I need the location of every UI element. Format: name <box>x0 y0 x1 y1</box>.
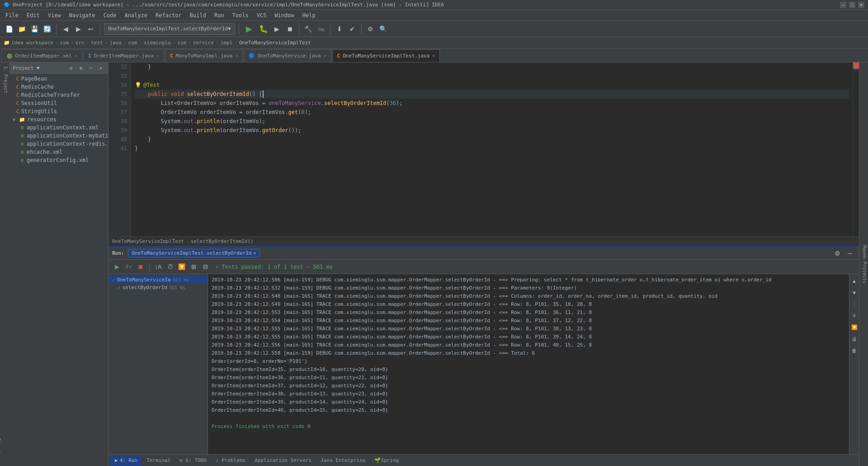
tree-item-sessionutil[interactable]: C SessionUtil <box>9 99 108 107</box>
tree-item-pagebean[interactable]: C PageBean <box>9 75 108 83</box>
settings-tree-button[interactable]: ⚙ <box>77 64 85 71</box>
right-tab-maven[interactable]: Maven Projects <box>861 242 868 287</box>
tree-item-resources[interactable]: ▼ 📁 resources <box>9 115 108 124</box>
filter-output-button[interactable]: 🔽 <box>849 322 859 332</box>
sort-duration-button[interactable]: ⏱ <box>165 262 175 272</box>
bottom-tab-spring[interactable]: 🌱 Spring <box>370 455 403 466</box>
menu-edit[interactable]: Edit <box>23 11 43 19</box>
breadcrumb-test[interactable]: test <box>91 40 103 46</box>
tree-item-rediscachetransfer[interactable]: C RedisCacheTransfer <box>9 91 108 99</box>
editor-breadcrumb-method[interactable]: selectByOrderItemId() <box>191 238 254 244</box>
stop-run-button[interactable]: ⏹ <box>136 262 146 272</box>
scroll-up-button[interactable]: ▲ <box>849 276 859 286</box>
print-button[interactable]: 🖨 <box>849 334 859 344</box>
run-tab-active[interactable]: OneToManyServiceImplTest.selectByOrderId… <box>128 249 260 257</box>
clear-button[interactable]: 🗑 <box>849 346 859 356</box>
tab-close-4[interactable]: × <box>324 53 326 58</box>
close-run-button[interactable]: ─ <box>844 248 855 259</box>
sort-alpha-button[interactable]: ↕A <box>153 262 163 272</box>
menu-window[interactable]: Window <box>271 11 297 19</box>
tab-close-1[interactable]: × <box>75 53 77 58</box>
menu-tools[interactable]: Tools <box>229 11 252 19</box>
breadcrumb-idea-workspace[interactable]: 📁 idea workspace <box>4 40 53 46</box>
menu-refactor[interactable]: Refactor <box>152 11 185 19</box>
bottom-tab-problems[interactable]: ⚠ Problems <box>211 455 250 466</box>
ant-button[interactable]: 🐜 <box>316 24 326 34</box>
maximize-button[interactable]: □ <box>849 2 855 8</box>
menu-file[interactable]: File <box>2 11 22 19</box>
breadcrumb-java[interactable]: java <box>109 40 122 46</box>
bottom-tab-appservers[interactable]: Application Servers <box>250 455 316 466</box>
tab-orderitemmapper-java[interactable]: I OrderItemMapper.java × <box>83 49 164 62</box>
tab-orderitemmapper-xml[interactable]: OrderItemMapper.xml × <box>2 49 82 62</box>
tree-item-stringutils[interactable]: C StringUtils <box>9 107 108 115</box>
menu-run[interactable]: Run <box>211 11 228 19</box>
tree-item-rediscache[interactable]: C RedisCache <box>9 83 108 91</box>
expand-all-button[interactable]: ⊞ <box>189 262 198 272</box>
menu-analyze[interactable]: Analyze <box>121 11 151 19</box>
search-everywhere-button[interactable]: 🔍 <box>378 24 389 34</box>
run-gutter-icon[interactable]: ▶ <box>108 90 109 99</box>
back-button[interactable]: ◀ <box>60 24 71 34</box>
open-button[interactable]: 📁 <box>16 24 27 34</box>
breadcrumb-com[interactable]: com <box>128 40 137 46</box>
close-button[interactable]: ✕ <box>858 2 864 8</box>
menu-view[interactable]: View <box>44 11 65 19</box>
stop-button[interactable]: ⏹ <box>284 24 295 34</box>
breadcrumb-file[interactable]: OneToManyServiceImplTest <box>239 40 311 46</box>
breadcrumb-ssm2[interactable]: ssm <box>177 40 186 46</box>
menu-build[interactable]: Build <box>186 11 210 19</box>
save-button[interactable]: 💾 <box>29 24 40 34</box>
run-tab-close[interactable]: × <box>253 251 256 256</box>
code-editor[interactable]: 32 33 34 ▶ 35 36 37 38 39 40 41 <box>108 62 859 236</box>
scroll-down-button[interactable]: ▼ <box>849 288 859 298</box>
vcs-update-button[interactable]: ⬇ <box>334 24 345 34</box>
rerun-button[interactable]: ▶ <box>112 262 122 272</box>
bottom-tab-run[interactable]: ▶ 4: Run <box>110 455 142 466</box>
tree-item-appcontext-redis[interactable]: 🗎 applicationContext-redis.xml <box>9 140 108 148</box>
menu-help[interactable]: Help <box>299 11 319 19</box>
menu-vcs[interactable]: VCS <box>253 11 270 19</box>
breadcrumb-ssm[interactable]: ssm <box>60 40 69 46</box>
tree-item-generatorconfig[interactable]: 🗎 generatorConfig.xml <box>9 156 108 164</box>
build-button[interactable]: 🔨 <box>303 24 314 34</box>
collapse-button[interactable]: ─ <box>87 64 94 71</box>
debug-button[interactable]: 🐛 <box>257 23 270 35</box>
menu-navigate[interactable]: Navigate <box>66 11 99 19</box>
close-panel-button[interactable]: ✕ <box>97 64 104 71</box>
left-tab-structure[interactable]: Structure <box>0 434 2 466</box>
locate-button[interactable]: ⊙ <box>67 64 75 71</box>
run-button[interactable]: ▶ <box>243 23 255 35</box>
code-content[interactable]: } 💡 @Test public void selectByOrderItemI… <box>131 62 853 236</box>
bottom-tab-terminal[interactable]: Terminal <box>142 455 175 466</box>
bottom-tab-javaenterprise[interactable]: Java Enterprise <box>316 455 370 466</box>
wrap-button[interactable]: ≡ <box>849 310 859 320</box>
minimize-button[interactable]: ─ <box>840 2 846 8</box>
rerun-failed-button[interactable]: ↺✓ <box>124 262 134 272</box>
tab-close-3[interactable]: × <box>235 53 238 58</box>
breadcrumb-impl[interactable]: impl <box>221 40 233 46</box>
tab-close-2[interactable]: × <box>156 53 159 58</box>
run-tree-item-class[interactable]: ✓ OneToManyServiceIm 561 ms <box>108 276 208 284</box>
menu-code[interactable]: Code <box>100 11 120 19</box>
tree-item-appcontext[interactable]: 🗎 applicationContext.xml <box>9 124 108 132</box>
tab-onetomanyserviceimpltest-java[interactable]: C OneToManyServiceImplTest.java × <box>332 49 440 62</box>
breadcrumb-service[interactable]: service <box>193 40 214 46</box>
new-file-button[interactable]: 📄 <box>4 24 14 34</box>
left-tab-project[interactable]: 1: Project <box>2 62 9 466</box>
tree-item-appcontext-mybatis[interactable]: 🗎 applicationContext-mybatis.xml <box>9 132 108 140</box>
recent-files-button[interactable]: ↩ <box>85 24 96 34</box>
bottom-tab-todo[interactable]: ≡ 6: TODO <box>175 455 211 466</box>
run-output-console[interactable]: 2019-10-23 20:42:12.506 [main-159] DEBUG… <box>208 274 849 454</box>
filter-button[interactable]: 🔽 <box>177 262 187 272</box>
tree-item-ehcache[interactable]: 🗎 ehcache.xml <box>9 148 108 156</box>
tab-onetomanyservice-java[interactable]: 🔵 OneToManyService.java × <box>244 49 331 62</box>
sync-button[interactable]: 🔄 <box>42 24 52 34</box>
run-tree-item-method[interactable]: ✓ selectByOrderId 561 ms <box>108 284 208 291</box>
settings-run-button[interactable]: ⚙ <box>832 248 843 259</box>
tab-manytomanyimpl-java[interactable]: C ManyToManyImpl.java × <box>165 49 243 62</box>
settings-button[interactable]: ⚙ <box>365 24 376 34</box>
breadcrumb-xieminglu[interactable]: xieminglu <box>144 40 171 46</box>
tab-close-5[interactable]: × <box>432 53 435 58</box>
editor-breadcrumb-class[interactable]: OneToManyServiceImplTest <box>112 238 184 244</box>
